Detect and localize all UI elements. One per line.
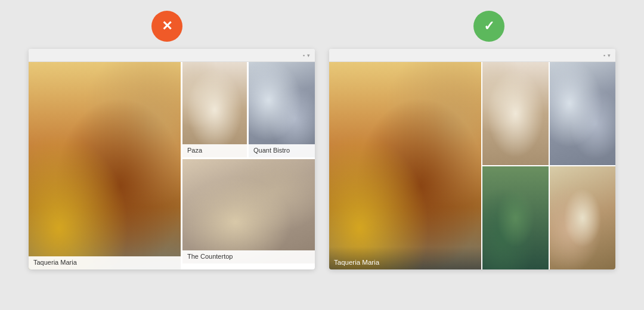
good-symbol: ✓: [484, 18, 494, 34]
bad-photo-paza: Paza: [181, 62, 247, 157]
bad-label-paza: Paza: [182, 144, 247, 157]
bad-label-quant: Quant Bistro: [249, 144, 315, 157]
good-photo-paza: [482, 62, 549, 165]
good-photo-countertop: [482, 166, 549, 269]
titlebar-square-icon-good: ▪: [603, 52, 605, 58]
titlebar-arrow-icon-good: ▾: [608, 52, 611, 58]
good-panel: ▪ ▾ Taqueria Maria: [329, 49, 615, 269]
good-label-taqueria: Taqueria Maria: [329, 247, 481, 269]
bad-photo-countertop: The Countertop: [181, 159, 315, 264]
good-photo-quant: [550, 62, 616, 165]
bad-panel-titlebar: ▪ ▾: [29, 49, 315, 62]
bad-symbol: ✕: [162, 18, 172, 34]
titlebar-square-icon: ▪: [303, 52, 305, 58]
bad-label-taqueria: Taqueria Maria: [29, 256, 181, 269]
good-photo-table: [550, 166, 616, 269]
titlebar-arrow-icon: ▾: [307, 52, 310, 58]
good-icon: ✓: [473, 11, 504, 42]
good-main-photo: Taqueria Maria: [329, 62, 481, 269]
bad-label-countertop: The Countertop: [182, 250, 315, 264]
bad-icon: ✕: [151, 11, 182, 42]
good-panel-titlebar: ▪ ▾: [329, 49, 615, 62]
bad-panel: ▪ ▾ Taqueria Maria Paza: [29, 49, 315, 269]
bad-photo-quant: Quant Bistro: [249, 62, 315, 157]
bad-main-photo: Taqueria Maria: [29, 62, 181, 269]
